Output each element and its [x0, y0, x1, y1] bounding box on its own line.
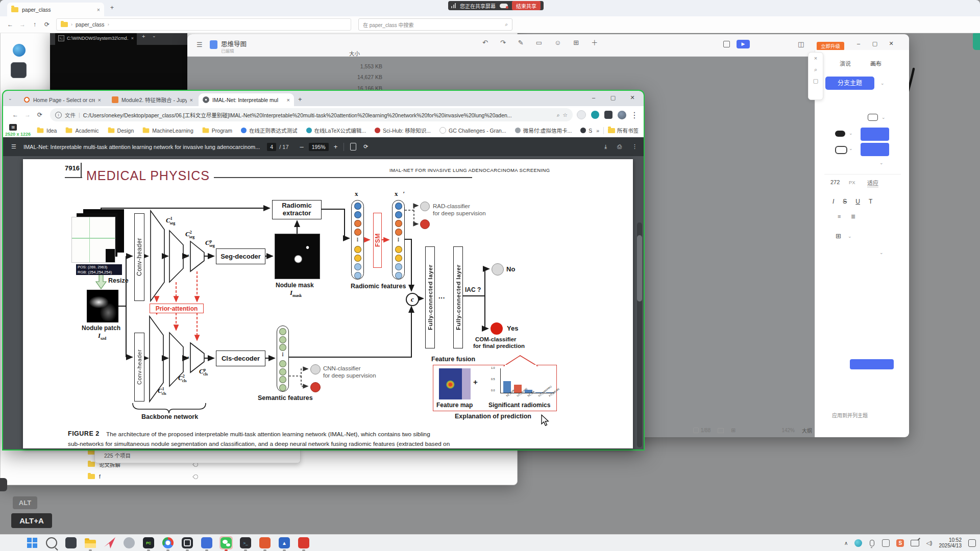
microphone-icon[interactable]	[870, 540, 874, 546]
extension-icon-3[interactable]	[604, 111, 612, 119]
search-box[interactable]: 在 paper_class 中搜索 ⌕	[358, 18, 512, 31]
chevron-down-icon[interactable]: ⌄	[879, 250, 884, 255]
breadcrumb[interactable]: › paper_class ›	[56, 18, 351, 31]
bookmark-star-icon[interactable]: ☆	[563, 112, 568, 118]
border-style-icon[interactable]: ⊞	[836, 232, 841, 240]
overview-icon[interactable]: ▢	[808, 75, 823, 86]
browser-tab[interactable]: Home Page - Select or creat×	[19, 93, 105, 106]
chevron-down-icon[interactable]: ⌄	[881, 115, 886, 120]
panel-toggle-icon[interactable]: ◫	[798, 41, 804, 47]
clock[interactable]: 10:522025/4/13	[939, 537, 962, 548]
maximize-icon[interactable]: ▢	[605, 94, 621, 101]
desktop-icon-browser[interactable]	[11, 44, 27, 64]
grid-icon[interactable]: ⊞	[573, 39, 579, 46]
chevron-down-icon[interactable]: ⌄	[849, 146, 853, 151]
zoom-level[interactable]: 195%	[309, 143, 329, 151]
speaker-icon[interactable]: ◁)	[926, 540, 932, 546]
zoom-icon[interactable]: ⌕	[557, 112, 560, 118]
format-i-icon[interactable]: I	[832, 198, 834, 205]
fill-swatch-dark[interactable]	[835, 131, 845, 137]
chevron-down-icon[interactable]: ⌄	[849, 131, 853, 136]
start-taskbar-icon[interactable]	[26, 536, 39, 549]
pen-icon[interactable]: ✎	[518, 39, 524, 46]
branch-topic-button[interactable]: 分支主题	[825, 77, 874, 90]
bookmark-item[interactable]: 微易付:虚拟信用卡...	[515, 127, 572, 134]
bookmark-item[interactable]: Program	[202, 128, 232, 134]
maximize-icon[interactable]: ▢	[867, 40, 883, 47]
format-u-icon[interactable]: U	[855, 198, 860, 205]
bird-taskbar-icon[interactable]	[297, 536, 310, 549]
kebab-menu-icon[interactable]: ⋮	[630, 110, 639, 120]
annotate-icon[interactable]	[911, 540, 919, 546]
xmind-taskbar-icon[interactable]: ▲	[278, 536, 291, 549]
wechat-taskbar-icon[interactable]	[219, 536, 233, 549]
border-swatch[interactable]	[835, 146, 847, 154]
fit-button[interactable]: 适应	[867, 179, 878, 187]
back-icon[interactable]: ←	[9, 111, 21, 118]
desktop-icon-app[interactable]	[10, 62, 27, 85]
dart-taskbar-icon[interactable]	[103, 536, 116, 549]
minimize-icon[interactable]: –	[586, 94, 601, 101]
format-s-icon[interactable]: S	[843, 198, 847, 205]
search-icon[interactable]: ⌕	[505, 21, 508, 28]
bookmark-item[interactable]: 在线LaTeX公式编辑...	[306, 127, 366, 134]
explorer-taskbar-icon[interactable]	[84, 536, 97, 549]
omnibox[interactable]: i 文件 | C:/Users/onekey/Desktop/paper_cla…	[50, 108, 573, 121]
bookmark-item[interactable]: MachineLearning	[142, 128, 193, 134]
close-icon[interactable]: ✕	[884, 40, 899, 47]
url-text[interactable]: C:/Users/onekey/Desktop/paper_class/06.[…	[83, 111, 512, 119]
extension-icon-1[interactable]	[577, 110, 586, 119]
profile-avatar[interactable]	[618, 111, 626, 119]
browser-tab[interactable]: Module2. 特征筛融合 - Jupy×	[108, 93, 197, 106]
edge-widget-tab[interactable]	[973, 32, 980, 50]
menu-icon[interactable]: ☰	[197, 41, 203, 48]
apply-to-siblings[interactable]: 应用到并列主题	[832, 411, 868, 419]
shape-icon[interactable]: ▭	[536, 39, 542, 46]
close-icon[interactable]: ×	[98, 97, 101, 103]
file-size-cell[interactable]: 16,166 KB	[338, 85, 382, 91]
bookmark-item[interactable]: 在线正则表达式测试	[241, 127, 298, 134]
extension-icon-2[interactable]	[591, 111, 599, 119]
stop-share-button[interactable]: 结束共享	[512, 1, 541, 10]
chevron-down-icon[interactable]: ⌄	[880, 81, 885, 86]
format-t-icon[interactable]: T	[869, 198, 872, 205]
edraw-taskbar-icon[interactable]	[258, 536, 272, 549]
bookmark-item[interactable]: Idea	[37, 128, 57, 134]
chevron-down-icon[interactable]: ⌄	[879, 160, 884, 165]
redo-icon[interactable]: ↷	[500, 39, 506, 46]
browser-tab[interactable]: IMAL-Net: Interpretable mul×	[199, 93, 294, 106]
up-icon[interactable]: ↑	[29, 21, 41, 28]
close-icon[interactable]: ×	[190, 97, 193, 103]
page-info-icon[interactable]: i	[55, 112, 62, 118]
fill-color-swatch[interactable]	[861, 128, 889, 141]
file-size-cell[interactable]: 1,553 KB	[338, 63, 382, 69]
download-icon[interactable]: ⤓	[604, 143, 607, 150]
upgrade-button[interactable]: 立即升级	[817, 42, 844, 51]
zoom-out-icon[interactable]: –	[300, 143, 304, 151]
notification-icon[interactable]	[968, 539, 976, 547]
explorer-tab[interactable]: paper_class ×	[7, 3, 104, 16]
border-color-swatch[interactable]	[861, 143, 889, 156]
print-icon[interactable]: ⎙	[617, 143, 622, 150]
chevron-down-icon[interactable]: ⌄	[848, 234, 852, 239]
hidden-panel-tab[interactable]	[0, 478, 7, 491]
chevron-down-icon[interactable]: ⌄	[152, 33, 156, 38]
tab-present[interactable]: 演说	[840, 59, 851, 67]
page-number-input[interactable]: 4	[267, 143, 276, 151]
tray-expand-icon[interactable]: ∧	[844, 540, 848, 546]
bookmark-item[interactable]: Design	[108, 128, 134, 134]
plus-icon[interactable]: ＋	[591, 39, 598, 46]
terminal-tab[interactable]: ›_ C:\WINDOWS\system32\cmd... ×	[55, 31, 137, 45]
forward-icon[interactable]: →	[21, 111, 34, 118]
fit-page-icon[interactable]	[350, 143, 356, 151]
tab-canvas[interactable]: 画布	[870, 59, 881, 67]
nav-item[interactable]: f	[88, 471, 198, 482]
file-size-cell[interactable]: 14,627 KB	[338, 74, 382, 80]
width-value[interactable]: 272	[830, 179, 840, 185]
pen3d-taskbar-icon[interactable]	[200, 536, 213, 549]
pycharm-taskbar-icon[interactable]: PC	[142, 536, 155, 549]
network-app-icon[interactable]	[854, 539, 862, 547]
shape-select-icon[interactable]	[868, 114, 878, 121]
close-icon[interactable]: ×	[808, 53, 823, 64]
thumb-icon[interactable]	[718, 428, 724, 433]
